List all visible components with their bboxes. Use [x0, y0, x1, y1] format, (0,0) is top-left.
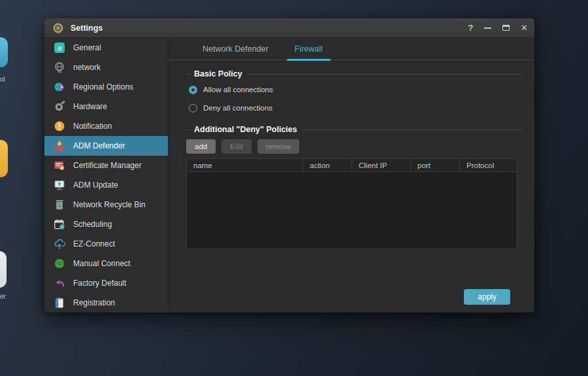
desktop-shortcut-icon[interactable] — [0, 37, 8, 67]
sidebar-item-label: Scheduling — [73, 220, 112, 229]
sidebar-item-label: Registration — [73, 298, 115, 307]
sidebar-item-registration[interactable]: Registration — [44, 293, 168, 313]
deny-policies-table: name action Client IP port Protocol — [186, 158, 517, 249]
sidebar-item-network-recycle-bin[interactable]: Network Recycle Bin — [44, 195, 168, 214]
column-header-protocol: Protocol — [460, 159, 517, 171]
edit-button[interactable]: Edit — [221, 139, 252, 154]
adm-update-icon — [54, 179, 65, 191]
sidebar-item-label: network — [73, 63, 101, 72]
network-recycle-bin-icon — [54, 199, 65, 211]
desktop-shortcut-icon[interactable] — [0, 251, 7, 288]
desktop-shortcut-icon[interactable] — [0, 140, 8, 177]
sidebar-item-general[interactable]: a General — [44, 38, 168, 58]
radio-selected-icon — [189, 86, 197, 94]
tab-network-defender[interactable]: Network Defender — [189, 38, 282, 60]
column-header-action: action — [303, 159, 352, 171]
certificate-manager-icon — [54, 160, 65, 171]
settings-sidebar: a General network — [44, 38, 169, 312]
ez-connect-icon — [54, 238, 65, 250]
add-button[interactable]: add — [186, 139, 216, 154]
window-title: Settings — [71, 24, 468, 33]
hardware-icon — [54, 101, 65, 112]
settings-window: Settings ? ✕ a General — [44, 18, 534, 313]
radio-unselected-icon — [189, 104, 197, 112]
sidebar-item-label: ADM Update — [73, 180, 118, 190]
remove-button[interactable]: remove — [257, 139, 299, 154]
sidebar-item-scheduling[interactable]: Scheduling — [44, 214, 168, 234]
manual-connect-icon — [54, 258, 65, 269]
sidebar-item-label: Hardware — [73, 102, 107, 111]
sidebar-item-label: Network Recycle Bin — [73, 200, 146, 209]
settings-gear-icon — [52, 22, 64, 34]
maximize-icon[interactable] — [502, 23, 510, 33]
sidebar-item-certificate-manager[interactable]: Certificate Manager — [44, 156, 168, 175]
tab-firewall[interactable]: Firewall — [282, 38, 336, 60]
sidebar-item-manual-connect[interactable]: Manual Connect — [44, 254, 168, 273]
desktop-shortcut-label: er — [0, 293, 6, 300]
network-icon — [54, 61, 65, 73]
regional-options-icon — [54, 81, 65, 93]
adm-defender-icon — [54, 140, 65, 152]
tab-bar: Network Defender Firewall — [169, 38, 534, 60]
sidebar-item-network[interactable]: network — [44, 58, 168, 77]
svg-text:a: a — [57, 44, 61, 52]
column-header-name: name — [187, 159, 303, 171]
sidebar-item-notification[interactable]: Notification — [44, 116, 168, 136]
deny-policies-toolbar: add Edit remove — [186, 139, 523, 154]
radio-deny-all-connections[interactable]: Deny all connections — [189, 101, 523, 115]
desktop-shortcut-label: ol — [0, 76, 5, 83]
table-body-empty — [187, 172, 517, 248]
sidebar-item-label: General — [73, 43, 101, 52]
factory-default-icon — [54, 277, 65, 289]
sidebar-item-label: Factory Default — [73, 279, 126, 288]
sidebar-item-ez-connect[interactable]: EZ-Connect — [44, 234, 168, 254]
sidebar-item-adm-defender[interactable]: ADM Defender — [44, 136, 168, 156]
general-icon: a — [54, 42, 65, 54]
apply-button[interactable]: apply — [464, 289, 510, 305]
sidebar-item-label: ADM Defender — [73, 141, 125, 150]
sidebar-item-label: EZ-Connect — [73, 239, 115, 248]
radio-allow-all-connections[interactable]: Allow all connections — [189, 82, 523, 97]
sidebar-item-label: Certificate Manager — [73, 161, 142, 170]
firewall-panel: Network Defender Firewall Basic Policy A… — [169, 38, 534, 312]
help-icon[interactable]: ? — [468, 23, 473, 33]
close-icon[interactable]: ✕ — [521, 23, 528, 33]
deny-policies-legend: Additional "Deny" Policies — [186, 125, 523, 134]
sidebar-item-adm-update[interactable]: ADM Update — [44, 175, 168, 195]
firewall-content: Basic Policy Allow all connections Deny … — [169, 60, 534, 312]
titlebar[interactable]: Settings ? ✕ — [44, 18, 534, 38]
sidebar-item-label: Regional Options — [73, 82, 133, 92]
column-header-client-ip: Client IP — [352, 159, 411, 171]
sidebar-item-regional-options[interactable]: Regional Options — [44, 77, 168, 97]
column-header-port: port — [411, 159, 460, 171]
scheduling-icon — [54, 218, 65, 230]
registration-icon — [54, 297, 65, 309]
notification-icon — [54, 120, 65, 132]
basic-policy-legend: Basic Policy — [186, 69, 523, 78]
sidebar-item-label: Manual Connect — [73, 259, 130, 268]
sidebar-item-factory-default[interactable]: Factory Default — [44, 273, 168, 293]
minimize-icon[interactable] — [483, 23, 491, 33]
sidebar-item-hardware[interactable]: Hardware — [44, 97, 168, 116]
table-header: name action Client IP port Protocol — [187, 159, 517, 172]
sidebar-item-label: Notification — [73, 122, 112, 131]
